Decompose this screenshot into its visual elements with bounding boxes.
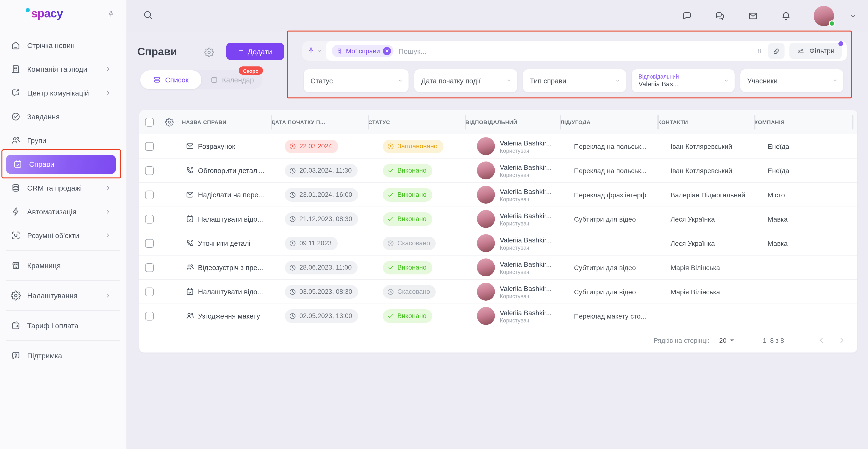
column-header[interactable]: НАЗВА СПРАВИ xyxy=(182,119,271,125)
status-icon xyxy=(387,142,395,150)
column-header[interactable]: ЛІД/УГОДА xyxy=(560,119,658,125)
chip-remove-icon[interactable]: ✕ xyxy=(383,47,391,55)
filter-dropdown-1[interactable]: Статус xyxy=(304,69,408,92)
table-row[interactable]: Налаштувати відо...03.05.2023, 08:30Скас… xyxy=(139,280,857,304)
dropdown-label: Статус xyxy=(311,77,333,85)
sidebar-item-activities[interactable]: Справи xyxy=(6,154,116,174)
status-icon xyxy=(387,239,395,247)
add-button-label: Додати xyxy=(248,47,272,56)
rows-per-page-select[interactable]: 20 xyxy=(719,336,736,344)
contact: Марія Вілінська xyxy=(658,288,754,295)
lead-deal: Переклад на польськ... xyxy=(560,166,658,174)
search-icon[interactable] xyxy=(143,10,153,20)
table-row[interactable]: Налаштувати відо...21.12.2023, 08:30Вико… xyxy=(139,207,857,231)
filter-dropdown-5[interactable]: Учасники xyxy=(740,69,843,92)
table-row[interactable]: Узгодження макету02.05.2023, 13:00Викона… xyxy=(139,304,857,328)
filters-active-dot xyxy=(838,41,843,46)
sidebar-item-tasks[interactable]: Завдання xyxy=(0,105,126,128)
responsible-role: Користувач xyxy=(500,269,552,275)
column-header[interactable]: ДАТА ПОЧАТКУ П... xyxy=(271,119,368,125)
contact: Леся Українка xyxy=(658,239,754,247)
responsible-role: Користувач xyxy=(500,220,552,226)
filters-button-label: Фільтри xyxy=(809,47,835,55)
filter-dropdown-2[interactable]: Дата початку події xyxy=(414,69,517,92)
status-badge: Виконано xyxy=(383,261,432,274)
responsible-avatar xyxy=(477,161,495,180)
dropdown-label: Дата початку події xyxy=(421,77,481,85)
start-date-badge: 21.12.2023, 08:30 xyxy=(285,212,358,226)
sidebar-item-comms[interactable]: Центр комунікацій xyxy=(0,81,126,105)
messenger-icon[interactable] xyxy=(715,10,725,21)
column-resize-handle[interactable] xyxy=(754,115,755,129)
row-checkbox[interactable] xyxy=(145,239,154,248)
row-checkbox[interactable] xyxy=(145,142,154,151)
previous-page-icon[interactable] xyxy=(816,335,826,345)
next-page-icon[interactable] xyxy=(837,335,847,345)
calendar-icon xyxy=(210,76,218,84)
filter-searchbar: Мої справи ✕ 8 Фільтри xyxy=(302,41,847,61)
table-row[interactable]: Надіслати на пере...23.01.2024, 16:00Вик… xyxy=(139,183,857,207)
mail-icon[interactable] xyxy=(748,10,758,21)
sidebar-item-company[interactable]: Компанія та люди xyxy=(0,57,126,81)
profile-chevron-down-icon[interactable] xyxy=(848,11,857,20)
sidebar-item-label: Автоматизація xyxy=(27,207,76,216)
row-checkbox[interactable] xyxy=(145,263,154,272)
company: Енеїда xyxy=(754,142,857,150)
chevron-right-icon xyxy=(104,184,112,192)
sidebar-item-settings[interactable]: Налаштування xyxy=(0,284,126,308)
responsible-name: Valeriia Bashkir... xyxy=(500,212,552,219)
uspacy-logo[interactable]: spacy xyxy=(13,5,63,22)
page-settings-gear-icon[interactable] xyxy=(204,47,214,57)
add-button[interactable]: + Додати xyxy=(226,43,284,60)
contact: Іван Котляревський xyxy=(658,142,754,150)
sidebar-item-label: Завдання xyxy=(27,113,60,121)
column-header[interactable]: КОМПАНІЯ xyxy=(754,119,857,125)
table-row[interactable]: Відеозустріч з пре...28.06.2023, 11:00Ви… xyxy=(139,256,857,280)
row-checkbox[interactable] xyxy=(145,287,154,296)
filters-button[interactable]: Фільтри xyxy=(789,43,842,59)
column-header[interactable]: СТАТУС xyxy=(368,119,465,125)
filter-dropdown-4[interactable]: Відповідальний Valeriia Bas... xyxy=(632,69,735,92)
comment-icon[interactable] xyxy=(682,10,692,21)
row-checkbox[interactable] xyxy=(145,312,154,320)
table-settings-gear-icon[interactable] xyxy=(165,118,174,126)
column-resize-handle[interactable] xyxy=(271,115,272,129)
sidebar-item-store[interactable]: Крамниця xyxy=(0,254,126,277)
responsible-avatar xyxy=(477,137,495,155)
table-row[interactable]: Уточнити деталі09.11.2023СкасованоValeri… xyxy=(139,231,857,256)
sidebar-item-support[interactable]: Підтримка xyxy=(0,344,126,367)
column-resize-handle[interactable] xyxy=(560,115,561,129)
row-checkbox[interactable] xyxy=(145,190,154,199)
sidebar-item-news[interactable]: Стрічка новин xyxy=(0,33,126,57)
row-checkbox[interactable] xyxy=(145,166,154,175)
clear-filters-button[interactable] xyxy=(768,43,784,59)
table-row[interactable]: Обговорити деталі...20.03.2024, 11:30Вик… xyxy=(139,159,857,183)
avatar[interactable] xyxy=(814,6,834,26)
column-resize-handle[interactable] xyxy=(368,115,369,129)
sidebar-item-crm[interactable]: CRM та продажі xyxy=(0,176,126,200)
column-header[interactable]: КОНТАКТИ xyxy=(658,119,754,125)
bookmark-icon xyxy=(336,47,343,55)
sidebar-item-billing[interactable]: Тариф і оплата xyxy=(0,314,126,338)
column-resize-handle[interactable] xyxy=(657,115,659,129)
search-input[interactable] xyxy=(398,47,752,55)
filter-pin-control[interactable] xyxy=(302,46,326,55)
status-icon xyxy=(387,263,395,271)
filter-chip-my-activities[interactable]: Мої справи ✕ xyxy=(332,44,394,57)
tab-list[interactable]: Список xyxy=(140,70,202,89)
column-header[interactable]: ВІДПОВІДАЛЬНИЙ xyxy=(465,119,560,125)
sidebar-item-groups[interactable]: Групи xyxy=(0,128,126,152)
activity-name: Налаштувати відо... xyxy=(198,215,263,223)
filter-dropdown-3[interactable]: Тип справи xyxy=(523,69,626,92)
sidebar-item-automation[interactable]: Автоматизація xyxy=(0,200,126,224)
sidebar-item-objects[interactable]: Розумні об'єкти xyxy=(0,224,126,247)
search-field[interactable]: Мої справи ✕ 8 Фільтри xyxy=(326,41,847,61)
sidebar-pin-icon[interactable] xyxy=(106,10,116,19)
column-resize-handle[interactable] xyxy=(465,115,466,129)
row-checkbox[interactable] xyxy=(145,215,154,223)
bell-icon[interactable] xyxy=(781,10,791,21)
table-row[interactable]: Розрахунок22.03.2024ЗапланованоValeriia … xyxy=(139,134,857,159)
column-resize-handle[interactable] xyxy=(852,115,854,129)
logo-u-icon xyxy=(13,5,30,22)
select-all-checkbox[interactable] xyxy=(145,118,154,126)
